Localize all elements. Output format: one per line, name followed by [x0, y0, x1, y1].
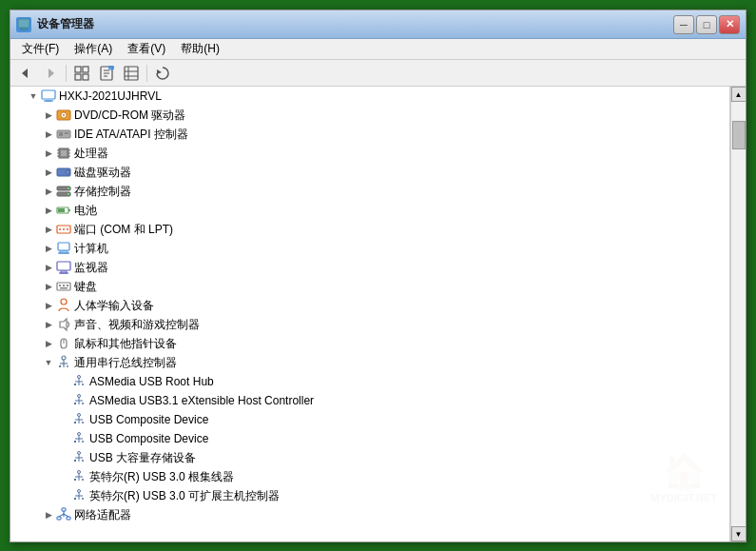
svg-point-61	[61, 299, 67, 305]
storage-label: 存储控制器	[74, 184, 131, 200]
svg-rect-60	[60, 287, 68, 289]
refresh-button[interactable]	[151, 63, 174, 84]
svg-rect-53	[57, 262, 70, 270]
svg-rect-105	[62, 508, 66, 511]
tree-item-hid[interactable]: ▶ 人体学输入设备	[10, 296, 729, 315]
menu-action[interactable]: 操作(A)	[67, 39, 120, 59]
menu-view[interactable]: 查看(V)	[120, 39, 173, 59]
menu-bar: 文件(F) 操作(A) 查看(V) 帮助(H)	[10, 39, 746, 60]
monitor-label: 监视器	[74, 260, 108, 276]
root-expand-icon[interactable]: ▼	[26, 89, 41, 104]
toolbar-separator-1	[66, 65, 67, 82]
tree-item-usb-child-3[interactable]: ▶ USB Composite Device	[10, 429, 729, 448]
tree-item-usb-child-0[interactable]: ▶ ASMedia USB Root Hub	[10, 372, 729, 391]
tree-item-dvd[interactable]: ▶ DVD/CD-ROM 驱动器	[10, 106, 729, 125]
monitor-expand-icon[interactable]: ▶	[41, 260, 56, 275]
svg-point-75	[78, 395, 81, 398]
pc-expand-icon[interactable]: ▶	[41, 241, 56, 256]
tree-panel[interactable]: ▼ HXKJ-2021UJHRVL ▶	[10, 87, 730, 541]
svg-rect-73	[74, 384, 76, 385]
svg-rect-98	[74, 479, 76, 481]
svg-point-84	[82, 422, 84, 423]
port-expand-icon[interactable]: ▶	[41, 222, 56, 237]
hid-icon	[56, 298, 71, 313]
svg-rect-5	[75, 67, 81, 72]
svg-rect-15	[125, 67, 138, 80]
main-content: ▼ HXKJ-2021UJHRVL ▶	[10, 87, 746, 541]
battery-expand-icon[interactable]: ▶	[41, 203, 56, 218]
cpu-expand-icon[interactable]: ▶	[41, 146, 56, 161]
usb-child-label-4: USB 大容量存储设备	[89, 450, 196, 466]
title-bar: 设备管理器 ─ □ ✕	[10, 10, 746, 39]
keyboard-icon	[56, 279, 71, 294]
maximize-button[interactable]: □	[696, 15, 717, 34]
ide-expand-icon[interactable]: ▶	[41, 127, 56, 142]
tree-item-ide[interactable]: ▶ IDE ATA/ATAPI 控制器	[10, 125, 729, 144]
scroll-thumb[interactable]	[732, 121, 746, 149]
hid-expand-icon[interactable]: ▶	[41, 298, 56, 313]
disk-expand-icon[interactable]: ▶	[41, 165, 56, 180]
pc-icon	[56, 241, 71, 256]
svg-point-74	[82, 384, 84, 385]
tree-item-usb-child-1[interactable]: ▶ ASMedia USB3.1 eXtensible Host Control…	[10, 391, 729, 410]
tree-item-monitor[interactable]: ▶ 监视器	[10, 258, 729, 277]
storage-expand-icon[interactable]: ▶	[41, 184, 56, 199]
tree-item-battery[interactable]: ▶ 电池	[10, 201, 729, 220]
back-button[interactable]	[14, 63, 37, 84]
forward-button[interactable]	[39, 63, 62, 84]
tree-item-keyboard[interactable]: ▶ 键盘	[10, 277, 729, 296]
tree-item-usb-child-5[interactable]: ▶ 英特尔(R) USB 3.0 根集线器	[10, 467, 729, 486]
tree-item-pc[interactable]: ▶ 计算机	[10, 239, 729, 258]
usb-device-icon-0	[71, 374, 87, 389]
tree-item-storage[interactable]: ▶ 存储控制器	[10, 182, 729, 201]
tree-item-usb-child-4[interactable]: ▶ USB 大容量存储设备	[10, 448, 729, 467]
usb-expand-icon[interactable]: ▼	[41, 355, 56, 370]
svg-point-65	[62, 356, 66, 360]
tree-item-cpu[interactable]: ▶ 处理器	[10, 144, 729, 163]
tree-item-network[interactable]: ▶ 网络适配器	[10, 505, 729, 524]
tree-item-mouse[interactable]: ▶ 鼠标和其他指针设备	[10, 334, 729, 353]
view-grid-button[interactable]	[70, 63, 93, 84]
svg-point-48	[63, 228, 65, 230]
svg-rect-50	[58, 243, 69, 250]
scroll-up-button[interactable]: ▲	[731, 87, 746, 102]
svg-text:i: i	[110, 67, 111, 71]
minimize-button[interactable]: ─	[673, 15, 694, 34]
svg-rect-57	[59, 285, 61, 286]
tree-item-audio[interactable]: ▶ 声音、视频和游戏控制器	[10, 315, 729, 334]
menu-file[interactable]: 文件(F)	[14, 39, 67, 59]
view-button[interactable]	[120, 63, 143, 84]
tree-root[interactable]: ▼ HXKJ-2021UJHRVL	[10, 87, 729, 106]
audio-icon	[56, 317, 71, 332]
close-button[interactable]: ✕	[719, 15, 740, 34]
audio-label: 声音、视频和游戏控制器	[74, 317, 200, 333]
tree-item-usb[interactable]: ▼ 通用串行总线控制器	[10, 353, 729, 372]
audio-expand-icon[interactable]: ▶	[41, 317, 56, 332]
usb-child-label-3: USB Composite Device	[89, 432, 208, 445]
tree-item-port[interactable]: ▶ 端口 (COM 和 LPT)	[10, 220, 729, 239]
svg-point-80	[78, 414, 81, 417]
svg-point-100	[78, 490, 81, 493]
scroll-down-button[interactable]: ▼	[731, 526, 746, 541]
battery-label: 电池	[74, 203, 97, 219]
keyboard-expand-icon[interactable]: ▶	[41, 279, 56, 294]
usb-device-icon-2	[71, 412, 87, 427]
tree-item-disk[interactable]: ▶ 磁盘驱动器	[10, 163, 729, 182]
properties-button[interactable]: i	[95, 63, 118, 84]
svg-rect-59	[67, 285, 68, 286]
svg-point-79	[82, 403, 84, 404]
mouse-expand-icon[interactable]: ▶	[41, 336, 56, 351]
tree-item-usb-child-6[interactable]: ▶ 英特尔(R) USB 3.0 可扩展主机控制器	[10, 486, 729, 505]
network-expand-icon[interactable]: ▶	[41, 507, 56, 522]
device-manager-window: 设备管理器 ─ □ ✕ 文件(F) 操作(A) 查看(V) 帮助(H)	[10, 10, 746, 542]
tree-item-usb-child-2[interactable]: ▶ USB Composite Device	[10, 410, 729, 429]
menu-help[interactable]: 帮助(H)	[173, 39, 227, 59]
svg-point-94	[82, 460, 84, 462]
window-icon	[16, 17, 31, 32]
port-label: 端口 (COM 和 LPT)	[74, 222, 173, 238]
svg-rect-58	[63, 285, 65, 286]
usb-device-icon-4	[71, 450, 87, 465]
scrollbar[interactable]: ▲ ▼	[730, 87, 746, 541]
svg-point-69	[67, 365, 68, 367]
dvd-expand-icon[interactable]: ▶	[41, 108, 56, 123]
